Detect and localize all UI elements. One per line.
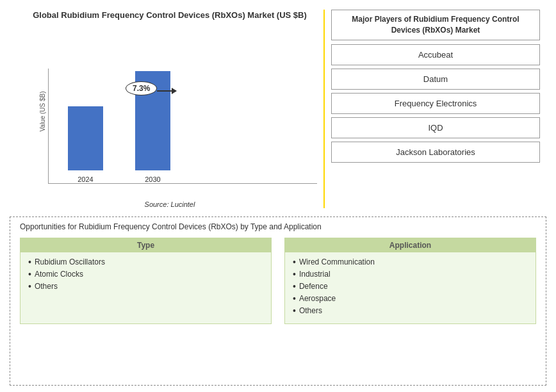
type-item-1: • Atomic Clocks	[28, 270, 263, 279]
type-column: Type • Rubidium Oscillators • Atomic Clo…	[20, 238, 272, 324]
source-text: Source: Lucintel	[145, 200, 195, 208]
bullet-icon: •	[293, 257, 296, 266]
bullet-icon: •	[293, 294, 296, 303]
bar-label-2030: 2030	[145, 176, 160, 183]
app-item-4: • Others	[293, 306, 528, 315]
app-item-1: • Industrial	[293, 270, 528, 279]
annotation-container: 7.3%	[126, 81, 157, 95]
top-section: Global Rubidium Frequency Control Device…	[10, 6, 546, 211]
annotation-arrow	[157, 90, 176, 92]
bullet-icon: •	[28, 257, 31, 266]
chart-section: Global Rubidium Frequency Control Device…	[10, 6, 323, 211]
bars-container: 7.3% 2024 2030	[48, 69, 317, 184]
bar-2024	[68, 106, 103, 170]
application-column: Application • Wired Communication • Indu…	[284, 238, 536, 324]
chart-area: Value (US $B) 7.3% 2024 2	[22, 26, 317, 197]
bar-group-2024: 2024	[68, 106, 103, 183]
players-title: Major Players of Rubidium Frequency Cont…	[331, 10, 540, 40]
chart-title: Global Rubidium Frequency Control Device…	[33, 10, 307, 21]
app-item-0: • Wired Communication	[293, 257, 528, 266]
type-item-0: • Rubidium Oscillators	[28, 257, 263, 266]
player-item-4: Jackson Laboratories	[331, 142, 540, 163]
application-header: Application	[285, 238, 536, 252]
bar-label-2024: 2024	[78, 176, 93, 183]
player-item-2: Frequency Electronics	[331, 93, 540, 114]
bullet-icon: •	[293, 306, 296, 315]
bottom-section: Opportunities for Rubidium Frequency Con…	[10, 216, 546, 386]
type-item-2: • Others	[28, 282, 263, 291]
bullet-icon: •	[28, 282, 31, 291]
app-item-2: • Defence	[293, 282, 528, 291]
players-section: Major Players of Rubidium Frequency Cont…	[325, 6, 546, 211]
player-item-3: IQD	[331, 117, 540, 138]
annotation-oval: 7.3%	[126, 81, 157, 95]
bullet-icon: •	[293, 282, 296, 291]
y-axis-label: Value (US $B)	[39, 92, 46, 132]
opportunities-content: Type • Rubidium Oscillators • Atomic Clo…	[20, 238, 536, 324]
bullet-icon: •	[28, 270, 31, 279]
type-header: Type	[20, 238, 271, 252]
bullet-icon: •	[293, 270, 296, 279]
player-item-1: Datum	[331, 69, 540, 90]
player-item-0: Accubeat	[331, 44, 540, 65]
app-item-3: • Aerospace	[293, 294, 528, 303]
opportunities-title: Opportunities for Rubidium Frequency Con…	[20, 222, 536, 231]
main-container: Global Rubidium Frequency Control Device…	[0, 0, 556, 392]
